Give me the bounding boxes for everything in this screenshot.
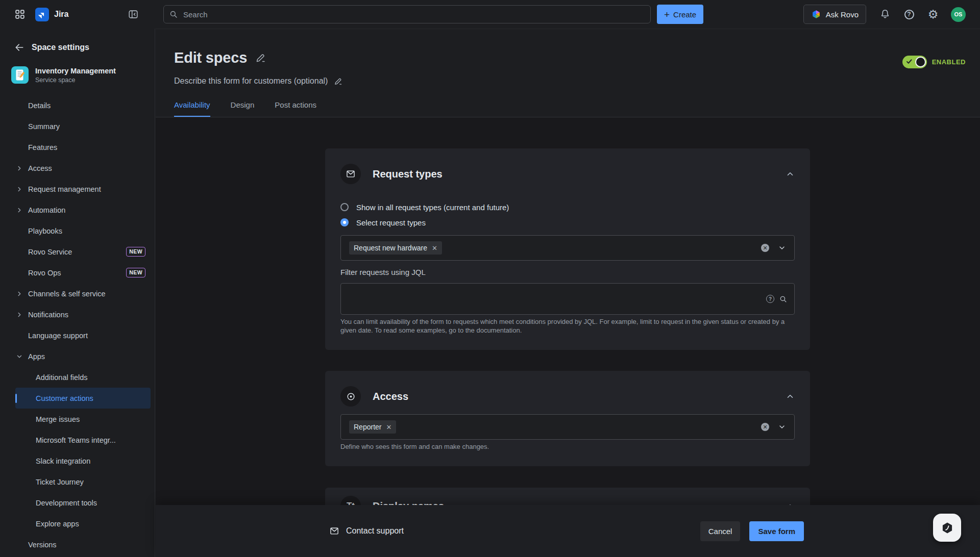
access-help-text: Define who sees this form and can make c… <box>340 442 795 451</box>
jql-textarea[interactable] <box>346 287 764 311</box>
tab-design[interactable]: Design <box>231 100 255 117</box>
chevron-right-icon[interactable] <box>16 165 23 172</box>
form-description-placeholder[interactable]: Describe this form for customers (option… <box>174 77 328 86</box>
back-arrow-icon[interactable] <box>14 42 24 53</box>
sidebar-menu: DetailsSummaryFeaturesAccessRequest mana… <box>0 95 155 555</box>
sidebar-item-rovo-service[interactable]: Rovo ServiceNEW <box>15 241 151 262</box>
request-types-select[interactable]: Request new hardware ✕ ✕ <box>340 235 795 261</box>
sidebar-item-playbooks[interactable]: Playbooks <box>15 220 151 241</box>
sidebar-item-label: Access <box>28 164 52 172</box>
sidebar-item-label: Explore apps <box>36 520 79 528</box>
sidebar-item-additional-fields[interactable]: Additional fields <box>15 367 151 388</box>
sidebar-item-request-management[interactable]: Request management <box>15 179 151 199</box>
edit-description-pencil-icon[interactable] <box>334 77 342 86</box>
sidebar-item-label: Automation <box>28 206 65 214</box>
sidebar-item-details[interactable]: Details <box>15 95 151 116</box>
app-switcher-icon[interactable] <box>13 8 27 21</box>
space-avatar-icon <box>11 66 29 84</box>
sidebar-item-summary[interactable]: Summary <box>15 116 151 137</box>
chevron-down-icon[interactable] <box>778 244 786 252</box>
space-header[interactable]: Inventory Management Service space <box>11 66 155 84</box>
jql-help-text: You can limit availability of the form t… <box>340 317 795 335</box>
new-badge: NEW <box>126 247 145 257</box>
sidebar-item-label: Details <box>28 102 51 110</box>
top-bar: Jira + Create <box>0 0 980 29</box>
jira-app: Jira + Create <box>0 0 980 557</box>
contact-support-link[interactable]: Contact support <box>329 526 404 536</box>
collapse-card-icon[interactable] <box>786 392 795 401</box>
clear-select-icon[interactable]: ✕ <box>761 244 769 252</box>
save-form-button[interactable]: Save form <box>749 521 804 541</box>
jira-logo-icon[interactable] <box>35 8 49 21</box>
radio-select-request-types[interactable]: Select request types <box>340 215 795 230</box>
sidebar-item-versions[interactable]: Versions <box>15 534 151 555</box>
contact-envelope-icon <box>329 526 339 536</box>
request-types-envelope-icon <box>340 164 361 184</box>
rovo-icon <box>811 9 821 19</box>
chevron-down-icon[interactable] <box>778 423 786 431</box>
sidebar-item-explore-apps[interactable]: Explore apps <box>15 513 151 534</box>
sidebar-collapse-icon[interactable] <box>128 9 139 20</box>
access-card: Access Reporter ✕ ✕ <box>325 371 810 466</box>
sidebar-item-apps[interactable]: Apps <box>15 346 151 367</box>
collapse-card-icon[interactable] <box>786 169 795 179</box>
tab-availability[interactable]: Availability <box>174 100 210 117</box>
sidebar-item-label: Apps <box>28 352 45 361</box>
remove-tag-icon[interactable]: ✕ <box>432 245 437 251</box>
sidebar-item-notifications[interactable]: Notifications <box>15 304 151 325</box>
sidebar-item-microsoft-teams-integr[interactable]: Microsoft Teams integr... <box>15 429 151 450</box>
radio-all-request-types[interactable]: Show in all request types (current and f… <box>340 199 795 215</box>
cancel-button[interactable]: Cancel <box>700 521 741 541</box>
sidebar-item-rovo-ops[interactable]: Rovo OpsNEW <box>15 262 151 283</box>
chevron-down-icon[interactable] <box>16 353 23 360</box>
check-icon <box>906 58 913 65</box>
notifications-bell-icon[interactable] <box>878 8 892 21</box>
radio-selected[interactable] <box>340 218 349 226</box>
sidebar-item-merge-issues[interactable]: Merge issues <box>15 409 151 429</box>
create-button[interactable]: + Create <box>657 5 703 24</box>
chevron-right-icon[interactable] <box>16 186 23 193</box>
sidebar-item-slack-integration[interactable]: Slack integration <box>15 450 151 471</box>
search-input[interactable] <box>182 10 645 19</box>
request-types-card: Request types Show in all request types … <box>325 148 810 350</box>
user-avatar[interactable]: OS <box>951 7 966 22</box>
chevron-right-icon[interactable] <box>16 311 23 318</box>
chevron-right-icon[interactable] <box>16 290 23 297</box>
card-title: Request types <box>373 168 443 180</box>
sidebar-item-access[interactable]: Access <box>15 158 151 179</box>
jql-search-icon[interactable] <box>779 295 788 303</box>
tab-post-actions[interactable]: Post actions <box>275 100 316 117</box>
help-icon[interactable]: ? <box>902 8 916 21</box>
chevron-right-icon[interactable] <box>16 207 23 214</box>
enabled-toggle[interactable] <box>902 56 927 68</box>
space-settings-back[interactable]: Space settings <box>0 41 155 54</box>
radio-unselected[interactable] <box>340 203 349 211</box>
request-types-radio-group: Show in all request types (current and f… <box>340 199 795 230</box>
access-select[interactable]: Reporter ✕ ✕ <box>340 414 795 440</box>
sidebar-item-label: Rovo Service <box>28 248 72 256</box>
space-type: Service space <box>35 77 116 84</box>
jql-help-icon[interactable]: ? <box>766 295 774 303</box>
edit-title-pencil-icon[interactable] <box>255 53 266 63</box>
selected-access-tag: Reporter ✕ <box>349 420 396 434</box>
new-badge: NEW <box>126 268 145 277</box>
search-box[interactable] <box>163 5 651 23</box>
ask-rovo-button[interactable]: Ask Rovo <box>803 5 866 24</box>
settings-gear-icon[interactable]: ⚙ <box>926 8 940 21</box>
sidebar-item-automation[interactable]: Automation <box>15 199 151 220</box>
sidebar-item-ticket-journey[interactable]: Ticket Journey <box>15 471 151 492</box>
sidebar-item-label: Versions <box>28 541 57 549</box>
clear-select-icon[interactable]: ✕ <box>761 423 769 431</box>
sidebar-item-label: Summary <box>28 122 60 131</box>
sidebar-item-features[interactable]: Features <box>15 137 151 158</box>
access-visibility-icon <box>340 386 361 407</box>
jql-input-box[interactable]: ? <box>340 283 795 315</box>
floating-widget-button[interactable] <box>933 514 961 542</box>
tabs: AvailabilityDesignPost actions <box>174 100 316 117</box>
form-status: ENABLED <box>902 56 966 68</box>
sidebar-item-customer-actions[interactable]: Customer actions <box>15 388 151 409</box>
sidebar-item-development-tools[interactable]: Development tools <box>15 492 151 513</box>
sidebar-item-language-support[interactable]: Language support <box>15 325 151 346</box>
remove-tag-icon[interactable]: ✕ <box>386 424 391 431</box>
sidebar-item-channels-self-service[interactable]: Channels & self service <box>15 283 151 304</box>
